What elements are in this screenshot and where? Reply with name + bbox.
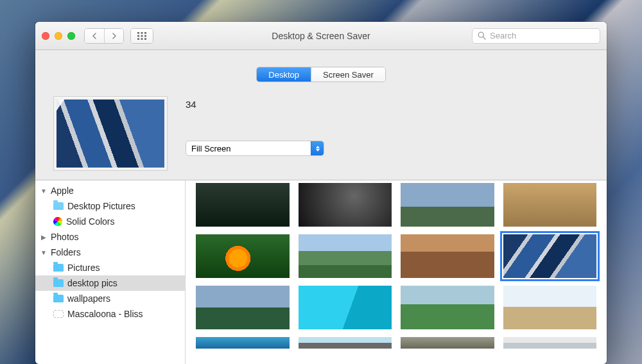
- tab-bar: Desktop Screen Saver: [35, 50, 607, 82]
- svg-rect-5: [144, 35, 146, 37]
- search-input[interactable]: Search: [472, 28, 600, 44]
- current-desktop-area: 34 Fill Screen: [35, 82, 607, 180]
- svg-rect-6: [137, 38, 139, 40]
- sidebar-label: Apple: [51, 186, 74, 196]
- thumbnail[interactable]: [503, 286, 597, 329]
- sidebar-group-folders[interactable]: ▼ Folders: [35, 245, 185, 260]
- thumbnail[interactable]: [196, 337, 290, 349]
- thumbnail[interactable]: [401, 337, 494, 349]
- grid-icon: [137, 32, 146, 40]
- thumbnail[interactable]: [196, 286, 290, 329]
- thumbnail[interactable]: [299, 286, 392, 329]
- titlebar: Desktop & Screen Saver Search: [35, 22, 607, 50]
- search-icon: [478, 31, 486, 40]
- close-icon[interactable]: [42, 32, 49, 40]
- disclosure-right-icon: ▶: [40, 234, 47, 241]
- tab-screen-saver[interactable]: Screen Saver: [311, 67, 385, 82]
- fill-mode-select[interactable]: Fill Screen: [186, 141, 324, 156]
- svg-rect-4: [141, 35, 143, 37]
- window-title: Desktop & Screen Saver: [272, 31, 370, 41]
- tab-label: Desktop: [268, 70, 299, 80]
- folder-icon: [53, 202, 64, 210]
- thumbnail[interactable]: [196, 234, 290, 278]
- sidebar-item-mascaloona[interactable]: Mascaloona - Bliss: [35, 306, 185, 322]
- minimize-icon[interactable]: [55, 32, 62, 40]
- thumbnail[interactable]: [401, 183, 494, 227]
- thumbnail[interactable]: [196, 183, 290, 227]
- sidebar-label: Pictures: [67, 263, 100, 273]
- sidebar-group-apple[interactable]: ▼ Apple: [35, 183, 185, 198]
- chevron-left-icon: [92, 33, 97, 39]
- source-sidebar: ▼ Apple Desktop Pictures Solid Colors ▶ …: [35, 180, 186, 364]
- thumbnail[interactable]: [401, 234, 494, 278]
- thumbnail[interactable]: [299, 234, 392, 278]
- search-placeholder: Search: [490, 31, 516, 40]
- sidebar-label: Photos: [51, 232, 79, 242]
- sidebar-item-solid-colors[interactable]: Solid Colors: [35, 214, 185, 229]
- preferences-window: Desktop & Screen Saver Search Desktop Sc…: [35, 22, 607, 364]
- folder-icon: [53, 295, 64, 302]
- svg-rect-3: [137, 35, 139, 37]
- svg-rect-1: [141, 32, 143, 34]
- sidebar-item-pictures[interactable]: Pictures: [35, 260, 185, 275]
- folder-icon: [53, 264, 64, 272]
- missing-folder-icon: [53, 310, 64, 318]
- tab-desktop[interactable]: Desktop: [257, 67, 311, 82]
- select-value: Fill Screen: [186, 144, 236, 153]
- back-button[interactable]: [85, 29, 104, 43]
- svg-line-10: [483, 37, 485, 39]
- show-all-button[interactable]: [130, 28, 153, 44]
- thumbnail-selected[interactable]: [503, 234, 597, 278]
- sidebar-item-desktop-pics[interactable]: desktop pics: [35, 275, 185, 291]
- sidebar-label: Mascaloona - Bliss: [67, 309, 143, 319]
- sidebar-group-photos[interactable]: ▶ Photos: [35, 229, 185, 245]
- sidebar-item-desktop-pictures[interactable]: Desktop Pictures: [35, 198, 185, 214]
- svg-rect-2: [144, 32, 146, 34]
- thumbnail[interactable]: [503, 337, 597, 349]
- sidebar-label: desktop pics: [67, 278, 117, 288]
- sidebar-label: wallpapers: [67, 293, 110, 304]
- svg-rect-8: [144, 38, 146, 40]
- window-controls: [42, 32, 75, 40]
- current-image-name: 34: [186, 99, 324, 110]
- thumbnail[interactable]: [299, 183, 392, 227]
- svg-rect-0: [137, 32, 139, 34]
- thumbnail[interactable]: [401, 286, 494, 329]
- zoom-icon[interactable]: [67, 32, 75, 40]
- sidebar-label: Solid Colors: [66, 216, 114, 227]
- folder-icon: [53, 279, 64, 287]
- svg-rect-7: [141, 38, 143, 40]
- desktop-preview: [53, 96, 168, 171]
- nav-buttons: [84, 28, 124, 44]
- thumbnail-gallery: [186, 180, 607, 364]
- forward-button[interactable]: [104, 29, 123, 43]
- thumbnail[interactable]: [299, 337, 392, 349]
- thumbnail[interactable]: [503, 183, 597, 227]
- disclosure-down-icon: ▼: [40, 249, 47, 256]
- tab-label: Screen Saver: [323, 70, 374, 80]
- colorwheel-icon: [53, 217, 62, 226]
- sidebar-item-wallpapers[interactable]: wallpapers: [35, 291, 185, 306]
- sidebar-label: Desktop Pictures: [67, 201, 135, 211]
- updown-icon: [311, 141, 324, 155]
- disclosure-down-icon: ▼: [40, 187, 47, 195]
- chevron-right-icon: [112, 33, 117, 39]
- sidebar-label: Folders: [51, 247, 81, 257]
